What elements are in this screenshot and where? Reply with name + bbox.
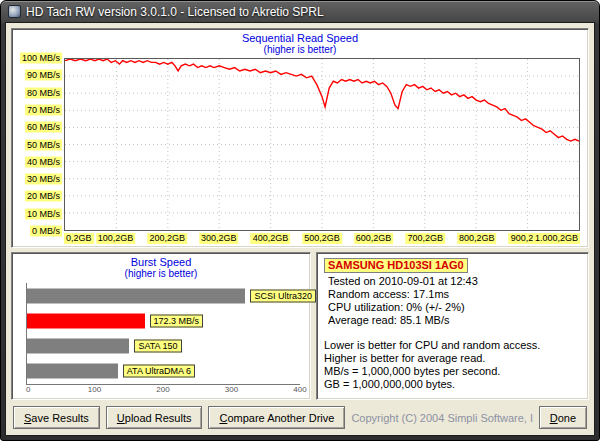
done-button[interactable]: Done xyxy=(539,406,587,429)
x-tick-label: 200,2GB xyxy=(147,233,187,244)
sequential-chart-body: 100 MB/s90 MB/s80 MB/s70 MB/s60 MB/s50 M… xyxy=(12,56,588,247)
burst-bar xyxy=(27,313,145,328)
burst-x-tick-label: 300 xyxy=(225,385,238,394)
y-tick-label: 90 MB/s xyxy=(25,70,62,81)
burst-bar-row: ATA UltraDMA 6 xyxy=(27,359,300,383)
drive-stat-line: Tested on 2010-09-01 at 12:43 xyxy=(328,275,581,288)
compare-another-drive-button[interactable]: Compare Another Drive xyxy=(208,406,345,429)
y-tick-label: 80 MB/s xyxy=(25,87,62,98)
burst-chart-subtitle: (higher is better) xyxy=(12,268,310,280)
app-icon xyxy=(8,5,21,18)
burst-bar-row: SCSI Ultra320 xyxy=(27,284,300,308)
info-note-line: Lower is better for CPU and random acces… xyxy=(324,339,581,352)
sequential-x-axis-labels: 0,2GB100,2GB200,2GB300,2GB400,2GB500,2GB… xyxy=(64,231,580,245)
x-tick-label: 300,2GB xyxy=(199,233,239,244)
burst-bar-label: SCSI Ultra320 xyxy=(250,289,316,302)
info-notes: Lower is better for CPU and random acces… xyxy=(324,339,581,391)
burst-bar-label: ATA UltraDMA 6 xyxy=(123,365,195,378)
x-tick-label: 400,2GB xyxy=(251,233,291,244)
sequential-chart-title: Sequential Read Speed xyxy=(12,29,588,44)
burst-bar xyxy=(27,364,118,379)
copyright-text: Copyright (C) 2004 Simpli Software, Inc.… xyxy=(351,412,532,424)
sequential-y-axis-labels: 100 MB/s90 MB/s80 MB/s70 MB/s60 MB/s50 M… xyxy=(14,58,64,231)
x-tick-label: 0,2GB xyxy=(64,233,94,244)
burst-bar xyxy=(27,339,129,354)
x-tick-label: 800,2GB xyxy=(457,233,497,244)
button-bar: Save Results Upload Results Compare Anot… xyxy=(11,404,589,430)
y-tick-label: 0 MB/s xyxy=(30,226,62,237)
drive-stat-line: CPU utilization: 0% (+/- 2%) xyxy=(328,301,581,314)
x-tick-label: 700,2GB xyxy=(405,233,445,244)
drive-stat-line: Average read: 85.1 MB/s xyxy=(328,314,581,327)
sequential-read-line-chart xyxy=(65,59,579,230)
sequential-plot-area xyxy=(64,58,580,231)
y-tick-label: 100 MB/s xyxy=(20,53,62,64)
save-results-button[interactable]: Save Results xyxy=(13,406,100,429)
burst-x-tick-label: 400 xyxy=(293,385,306,394)
x-tick-label: 1.000,2GB xyxy=(533,233,580,244)
sequential-read-chart: Sequential Read Speed (higher is better)… xyxy=(11,28,589,248)
burst-x-axis-labels: 0100200300400 xyxy=(26,385,300,397)
client-area: Sequential Read Speed (higher is better)… xyxy=(5,22,595,436)
burst-bar-label: SATA 150 xyxy=(134,340,181,353)
burst-x-tick-label: 200 xyxy=(156,385,169,394)
burst-x-tick-label: 0 xyxy=(26,385,30,394)
titlebar[interactable]: HD Tach RW version 3.0.1.0 - Licensed to… xyxy=(5,1,595,22)
upload-results-button[interactable]: Upload Results xyxy=(106,406,203,429)
y-tick-label: 30 MB/s xyxy=(25,174,62,185)
drive-stat-line: Random access: 17.1ms xyxy=(328,288,581,301)
drive-stats: Tested on 2010-09-01 at 12:43Random acce… xyxy=(324,275,581,327)
drive-name-row: SAMSUNG HD103SI 1AG0 xyxy=(324,258,581,273)
y-tick-label: 70 MB/s xyxy=(25,104,62,115)
drive-info-panel: SAMSUNG HD103SI 1AG0 Tested on 2010-09-0… xyxy=(316,252,589,400)
x-tick-label: 100,2GB xyxy=(96,233,136,244)
info-note-line: MB/s = 1,000,000 bytes per second. xyxy=(324,365,581,378)
burst-bar xyxy=(27,288,245,303)
x-tick-label: 500,2GB xyxy=(302,233,342,244)
info-note-line: Higher is better for average read. xyxy=(324,352,581,365)
bottom-row: Burst Speed (higher is better) SCSI Ultr… xyxy=(11,252,589,400)
burst-bar-row: 172.3 MB/s xyxy=(27,309,300,333)
burst-speed-chart: Burst Speed (higher is better) SCSI Ultr… xyxy=(11,252,311,400)
window-title: HD Tach RW version 3.0.1.0 - Licensed to… xyxy=(26,5,324,19)
hd-tach-window: HD Tach RW version 3.0.1.0 - Licensed to… xyxy=(0,0,600,441)
burst-x-tick-label: 100 xyxy=(88,385,101,394)
burst-plot-area: SCSI Ultra320172.3 MB/sSATA 150ATA Ultra… xyxy=(26,283,300,385)
drive-name: SAMSUNG HD103SI 1AG0 xyxy=(324,258,468,273)
sequential-chart-subtitle: (higher is better) xyxy=(12,44,588,56)
burst-chart-title: Burst Speed xyxy=(12,253,310,268)
burst-bar-row: SATA 150 xyxy=(27,334,300,358)
y-tick-label: 10 MB/s xyxy=(25,208,62,219)
y-tick-label: 20 MB/s xyxy=(25,191,62,202)
burst-bar-label: 172.3 MB/s xyxy=(150,314,204,327)
y-tick-label: 40 MB/s xyxy=(25,156,62,167)
x-tick-label: 600,2GB xyxy=(354,233,394,244)
y-tick-label: 60 MB/s xyxy=(25,122,62,133)
y-tick-label: 50 MB/s xyxy=(25,139,62,150)
info-note-line: GB = 1,000,000,000 bytes. xyxy=(324,378,581,391)
